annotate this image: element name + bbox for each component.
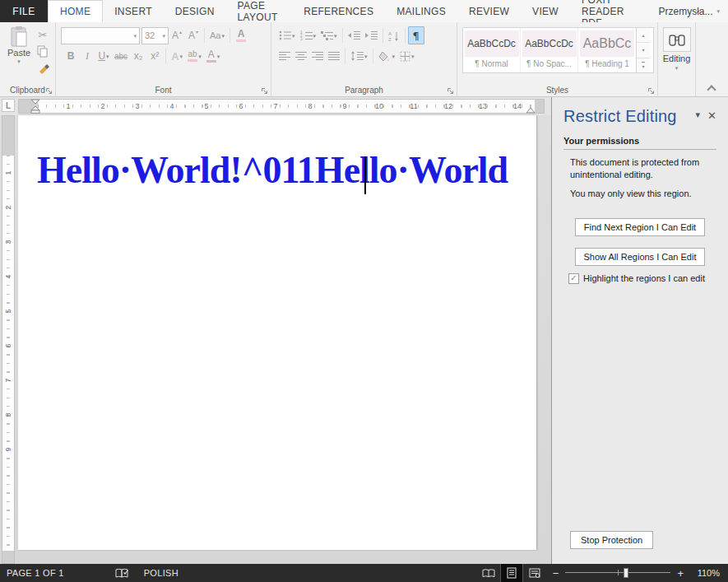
paste-button[interactable]: Paste ▾ (3, 26, 35, 75)
pane-options-chevron-icon[interactable]: ▾ (696, 110, 701, 119)
style-heading-1[interactable]: AaBbCc ¶ Heading 1 (578, 28, 636, 72)
align-center-button[interactable] (293, 47, 309, 65)
styles-more-button[interactable]: ▾ (637, 58, 650, 72)
borders-button[interactable]: ▾ (397, 47, 417, 65)
paragraph-dialog-launcher[interactable] (447, 87, 454, 95)
zoom-in-button[interactable]: + (670, 568, 690, 579)
tab-view[interactable]: VIEW (521, 0, 570, 22)
decrease-indent-button[interactable] (345, 26, 363, 44)
clipboard-dialog-launcher[interactable] (45, 87, 53, 95)
grow-font-button[interactable]: A▴ (169, 26, 185, 44)
permissions-text-2: You may only view this region. (570, 188, 712, 200)
print-layout-button[interactable] (500, 564, 523, 582)
styles-dialog-launcher[interactable] (647, 87, 655, 95)
sort-button[interactable]: AZ (386, 26, 402, 44)
font-dialog-launcher[interactable] (261, 87, 268, 95)
font-size-combobox[interactable]: 32 ▾ (141, 27, 169, 44)
web-layout-icon (529, 568, 540, 578)
collapse-ribbon-icon[interactable] (707, 84, 715, 91)
page-indicator[interactable]: PAGE 1 OF 1 (0, 568, 64, 578)
horizontal-ruler[interactable]: 1234567891011121314 (18, 99, 545, 114)
checkbox-checked-icon[interactable]: ✓ (568, 273, 579, 284)
highlight-regions-checkbox-row[interactable]: ✓ Highlight the regions I can edit (568, 273, 716, 284)
zoom-slider[interactable] (565, 564, 670, 582)
align-left-button[interactable] (276, 47, 293, 65)
tab-mailings[interactable]: MAILINGS (385, 0, 457, 22)
underline-button[interactable]: U▾ (95, 47, 112, 65)
line-spacing-button[interactable]: ▾ (348, 47, 370, 65)
pane-close-icon[interactable]: ✕ (707, 110, 716, 121)
stop-protection-button[interactable]: Stop Protection (570, 531, 653, 549)
tab-references[interactable]: REFERENCES (292, 0, 385, 22)
styles-scroll-down-button[interactable]: ▾ (637, 43, 650, 58)
editing-button[interactable]: Editing ▾ (658, 22, 695, 71)
tab-foxit-reader-pdf[interactable]: FOXIT READER PDF (570, 0, 654, 22)
tab-review[interactable]: REVIEW (457, 0, 521, 22)
permissions-text-1: This document is protected from unintent… (570, 156, 712, 181)
account-menu[interactable]: Przemysła... ▾ (653, 0, 728, 22)
indent-marker[interactable] (30, 99, 40, 114)
styles-scroll-up-button[interactable]: ▴ (637, 28, 650, 43)
font-name-combobox[interactable]: ▾ (61, 27, 140, 44)
document-page[interactable]: Hello·World!^011Hello·World (18, 115, 536, 550)
italic-button[interactable]: I (79, 47, 95, 65)
zoom-level[interactable]: 110% (690, 568, 728, 578)
change-case-icon: Aa (210, 30, 220, 40)
bullets-button[interactable]: ▾ (276, 26, 298, 44)
superscript-button[interactable]: x² (146, 47, 163, 65)
down-arrow-icon: ▾ (196, 29, 198, 35)
show-hide-formatting-button[interactable]: ¶ (408, 26, 424, 44)
numbering-button[interactable]: 123 ▾ (298, 26, 319, 44)
justify-button[interactable] (326, 47, 342, 65)
text-highlight-button[interactable]: ab ▾ (185, 47, 204, 65)
clear-formatting-button[interactable]: A (233, 26, 249, 44)
grow-font-icon: A (172, 30, 179, 41)
paste-dropdown-icon: ▾ (17, 58, 21, 64)
word-window: FILE HOMEINSERTDESIGNPAGE LAYOUTREFERENC… (0, 0, 728, 582)
read-mode-button[interactable] (477, 564, 500, 582)
text-effects-button[interactable]: A▾ (169, 47, 185, 65)
read-mode-icon (482, 569, 495, 578)
cut-button[interactable]: ✂ (35, 27, 51, 42)
align-right-button[interactable] (309, 47, 326, 65)
align-right-icon (312, 51, 323, 61)
show-all-regions-button[interactable]: Show All Regions I Can Edit (575, 248, 706, 266)
tab-stop-selector[interactable]: L (2, 99, 15, 112)
style-no-spacing[interactable]: AaBbCcDc ¶ No Spac... (521, 28, 578, 72)
shrink-font-button[interactable]: A▾ (185, 26, 202, 44)
change-case-button[interactable]: Aa▾ (207, 26, 227, 44)
find-next-region-button[interactable]: Find Next Region I Can Edit (575, 218, 705, 236)
multilevel-list-button[interactable]: ▾ (318, 26, 340, 44)
document-text[interactable]: Hello·World!^011Hello·World (37, 148, 508, 192)
subscript-button[interactable]: x₂ (130, 47, 146, 65)
right-indent-marker[interactable] (526, 108, 536, 114)
proofing-status-icon[interactable] (115, 568, 129, 579)
copy-icon (37, 45, 49, 58)
tab-file[interactable]: FILE (0, 0, 48, 22)
style-normal[interactable]: AaBbCcDc ¶ Normal (463, 28, 521, 72)
zoom-slider-handle[interactable] (624, 568, 628, 578)
strikethrough-button[interactable]: abc (112, 47, 130, 65)
tab-page-layout[interactable]: PAGE LAYOUT (226, 0, 293, 22)
font-color-button[interactable]: A ▾ (204, 47, 223, 65)
vertical-ruler[interactable]: 123456789 (2, 115, 15, 564)
bold-button[interactable]: B (63, 47, 79, 65)
chevron-down-icon: ▾ (364, 54, 368, 59)
language-indicator[interactable]: POLISH (144, 568, 179, 578)
tab-insert[interactable]: INSERT (103, 0, 164, 22)
copy-button[interactable] (35, 44, 51, 58)
style-name: ¶ Normal (475, 59, 508, 68)
clipboard-group: Paste ▾ ✂ Clipboard (0, 22, 56, 96)
text-highlight-icon: ab (188, 50, 197, 62)
zoom-out-button[interactable]: − (546, 568, 566, 579)
bullet-list-icon (279, 30, 291, 40)
pane-title: Restrict Editing (563, 107, 689, 126)
format-painter-button[interactable] (35, 60, 51, 75)
increase-indent-button[interactable] (363, 26, 380, 44)
bold-icon: B (67, 50, 75, 62)
web-layout-button[interactable] (523, 564, 546, 582)
line-spacing-icon (350, 51, 364, 61)
tab-design[interactable]: DESIGN (164, 0, 226, 22)
shading-button[interactable]: ▾ (376, 47, 398, 65)
tab-home[interactable]: HOME (48, 0, 103, 22)
